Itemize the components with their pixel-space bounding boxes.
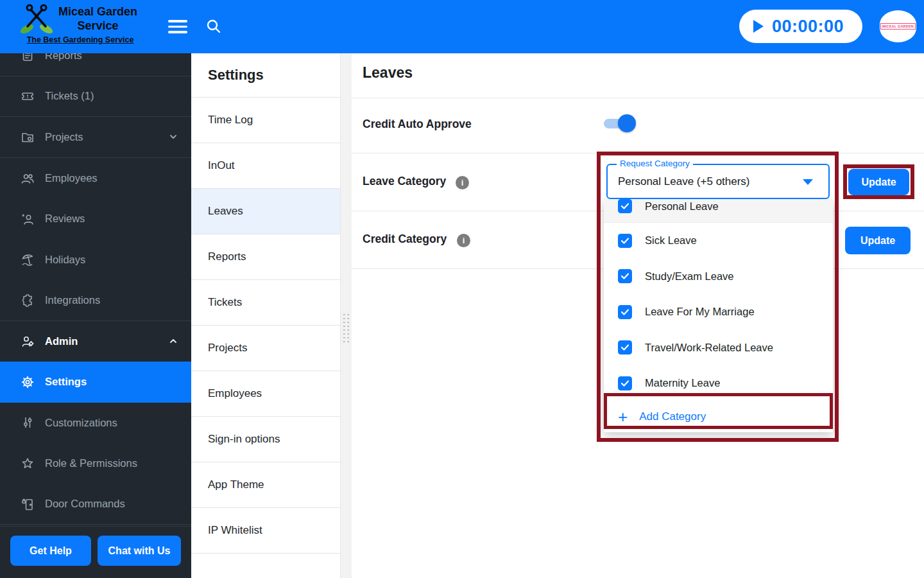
settings-nav-item-reports[interactable]: Reports (191, 234, 340, 280)
customizations-icon (21, 416, 35, 430)
checkbox-checked-icon[interactable] (618, 340, 632, 355)
sidebar-item-integrations[interactable]: Integrations (0, 280, 191, 321)
app-screen: Miceal Garden Service The Best Gardening… (0, 0, 924, 578)
credit-auto-approve-label: Credit Auto Approve (363, 118, 472, 131)
add-category-button[interactable]: + Add Category (604, 401, 833, 433)
sidebar-item-settings[interactable]: Settings (0, 362, 191, 403)
brand-title-line1: Miceal Garden (55, 4, 141, 19)
dropdown-option-label: Leave For My Marriage (645, 306, 755, 318)
dropdown-option-study-exam-leave[interactable]: Study/Exam Leave (604, 259, 833, 295)
settings-nav-item-projects[interactable]: Projects (191, 326, 340, 371)
door-commands-icon (21, 497, 35, 511)
checkbox-checked-icon[interactable] (618, 376, 632, 390)
divider (352, 153, 924, 153)
toggle-knob (618, 114, 636, 132)
settings-nav-item-inout[interactable]: InOut (191, 143, 340, 189)
tickets-icon (21, 89, 35, 103)
request-category-select[interactable]: Request Category Personal Leave (+5 othe… (606, 164, 830, 199)
sidebar-item-label: Reports (45, 53, 178, 62)
search-icon[interactable] (205, 17, 223, 35)
timer-widget[interactable]: 00:00:00 (739, 10, 862, 43)
leave-category-update-button[interactable]: Update (848, 169, 909, 195)
dropdown-option-label: Travel/Work-Related Leave (645, 342, 773, 354)
company-avatar[interactable]: MICEAL GARDEN (880, 10, 916, 42)
leave-category-label: Leave Category (363, 175, 446, 188)
checkbox-checked-icon[interactable] (618, 269, 632, 283)
sidebar-item-label: Admin (45, 335, 168, 347)
checkbox-checked-icon[interactable] (618, 305, 632, 319)
dropdown-option-marriage-leave[interactable]: Leave For My Marriage (604, 294, 833, 330)
sidebar-item-label: Integrations (45, 294, 178, 306)
sidebar-item-label: Projects (45, 131, 168, 143)
sidebar-item-tickets[interactable]: Tickets (1) (0, 76, 191, 118)
dropdown-option-label: Maternity Leave (645, 377, 720, 389)
credit-category-label: Credit Category (363, 232, 447, 246)
plus-icon: + (618, 410, 628, 423)
credit-category-info-icon[interactable]: i (457, 234, 470, 247)
chat-with-us-button[interactable]: Chat with Us (98, 536, 181, 566)
settings-nav-item-sign-in-options[interactable]: Sign-in options (191, 417, 340, 462)
sidebar-item-reports[interactable]: Reports (0, 53, 191, 76)
sidebar-item-door-commands[interactable]: Door Commands (0, 484, 191, 525)
sidebar-item-label: Role & Permissions (45, 457, 178, 469)
dropdown-option-label: Personal Leave (645, 200, 719, 213)
request-category-value: Personal Leave (+5 others) (618, 165, 750, 198)
sidebar-item-customizations[interactable]: Customizations (0, 403, 191, 444)
admin-icon (21, 334, 35, 348)
credit-auto-approve-toggle[interactable] (604, 119, 635, 128)
play-icon[interactable] (753, 20, 764, 33)
divider (352, 98, 924, 98)
settings-nav-item-ip-whitelist[interactable]: IP Whitelist (191, 508, 340, 554)
sidebar-item-label: Tickets (1) (45, 90, 178, 102)
reviews-icon (21, 212, 35, 226)
panel-resize-handle[interactable] (342, 313, 350, 342)
timer-value: 00:00:00 (772, 17, 844, 37)
dropdown-option-personal-leave[interactable]: Personal Leave (604, 199, 833, 223)
sidebar-item-admin[interactable]: Admin (0, 321, 191, 362)
sidebar-item-label: Customizations (45, 417, 178, 429)
sidebar-item-label: Door Commands (45, 498, 178, 510)
settings-gear-icon (21, 375, 35, 389)
top-header: Miceal Garden Service The Best Gardening… (0, 0, 924, 53)
hamburger-menu-icon[interactable] (168, 20, 187, 33)
brand-tagline: The Best Gardening Service (26, 35, 135, 44)
sidebar-item-label: Employees (45, 172, 178, 184)
projects-icon (21, 130, 35, 144)
brand-title: Miceal Garden Service (55, 4, 141, 33)
holidays-icon (21, 252, 35, 267)
add-category-label: Add Category (639, 410, 706, 423)
dropdown-option-travel-work-leave[interactable]: Travel/Work-Related Leave (604, 330, 833, 366)
sidebar-item-projects[interactable]: Projects (0, 117, 191, 158)
request-category-dropdown-panel: Personal Leave Sick Leave Study/Exam Lea… (604, 199, 833, 432)
settings-nav-item-app-theme[interactable]: App Theme (191, 462, 340, 508)
settings-nav-item-time-log[interactable]: Time Log (191, 98, 340, 143)
settings-nav-item-tickets[interactable]: Tickets (191, 280, 340, 326)
settings-nav-item-leaves[interactable]: Leaves (191, 189, 340, 234)
sidebar-item-holidays[interactable]: Holidays (0, 240, 191, 281)
settings-nav-title: Settings (191, 53, 340, 98)
dropdown-option-sick-leave[interactable]: Sick Leave (604, 223, 833, 259)
dropdown-option-maternity-leave[interactable]: Maternity Leave (604, 365, 833, 401)
sidebar-item-employees[interactable]: Employees (0, 158, 191, 199)
checkbox-checked-icon[interactable] (618, 199, 632, 213)
sidebar-menu: Reports Tickets (1) Projects (0, 53, 191, 525)
sidebar-item-label: Settings (45, 376, 178, 388)
role-permissions-star-icon (21, 457, 35, 471)
sidebar-item-role-permissions[interactable]: Role & Permissions (0, 443, 191, 484)
dropdown-option-label: Study/Exam Leave (645, 270, 734, 283)
main-sidebar: Reports Tickets (1) Projects (0, 53, 191, 578)
get-help-button[interactable]: Get Help (10, 536, 91, 566)
employees-icon (21, 171, 35, 185)
credit-category-update-button[interactable]: Update (845, 227, 911, 254)
settings-nav-item-employees[interactable]: Employees (191, 371, 340, 417)
chevron-up-icon (168, 336, 178, 346)
settings-nav-panel: Settings Time Log InOut Leaves Reports T… (191, 53, 340, 578)
checkbox-checked-icon[interactable] (618, 234, 632, 248)
company-avatar-label: MICEAL GARDEN (880, 23, 916, 30)
reports-icon (21, 53, 35, 62)
sidebar-item-reviews[interactable]: Reviews (0, 198, 191, 240)
select-caret-down-icon (803, 179, 813, 185)
leave-category-info-icon[interactable]: i (456, 176, 469, 189)
chevron-down-icon (168, 132, 178, 142)
garden-scissors-logo-icon (19, 3, 54, 37)
